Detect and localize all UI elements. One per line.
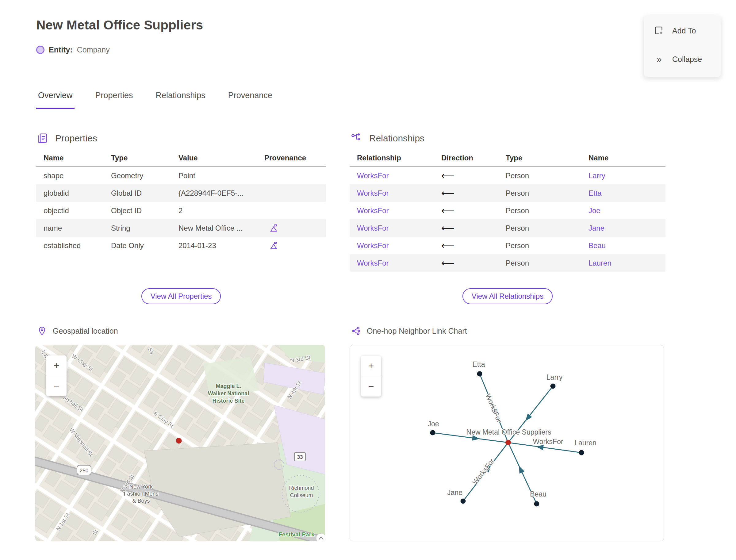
view-all-properties-button[interactable]: View All Properties — [141, 288, 221, 304]
relationship-link[interactable]: WorksFor — [350, 189, 434, 198]
node-larry[interactable] — [550, 384, 556, 389]
relationship-link[interactable]: WorksFor — [350, 224, 434, 232]
link-chart-icon — [351, 326, 361, 336]
map-canvas: k Rd W Clay St Sa arshall St W Marshall … — [35, 345, 325, 541]
entity-type-icon — [36, 46, 44, 54]
prop-provenance[interactable] — [257, 224, 326, 233]
node-beau[interactable] — [534, 501, 539, 507]
relationships-table-header: Relationship Direction Type Name — [350, 150, 665, 167]
prop-value: Point — [171, 171, 257, 180]
direction-arrow: ⟵ — [434, 240, 498, 251]
node-label-larry: Larry — [546, 373, 563, 381]
property-row: objectid Object ID 2 — [36, 202, 326, 219]
map-entity-marker[interactable] — [176, 438, 182, 443]
direction-arrow: ⟵ — [434, 258, 498, 268]
prop-provenance[interactable] — [257, 241, 326, 250]
edge-label-worksfor: WorksFor — [471, 457, 496, 486]
chart-zoom-in-button[interactable]: + — [361, 356, 381, 376]
col-relationship: Relationship — [350, 154, 434, 162]
svg-text:33: 33 — [297, 454, 303, 460]
map-zoom-in-button[interactable]: + — [46, 355, 67, 376]
poi-label-maggie: Maggie L. — [216, 383, 241, 389]
prop-value: 2014-01-23 — [171, 241, 257, 250]
properties-icon — [37, 132, 48, 144]
map-zoom-out-button[interactable]: − — [46, 376, 67, 396]
chart-zoom-out-button[interactable]: − — [361, 376, 381, 397]
prop-name: globalid — [36, 189, 104, 198]
prop-name: name — [36, 224, 104, 232]
prop-name: established — [36, 241, 104, 250]
direction-arrow: ⟵ — [434, 170, 498, 181]
provenance-flag-icon — [269, 241, 278, 250]
node-etta[interactable] — [477, 371, 482, 377]
col-name: Name — [581, 154, 665, 162]
col-provenance: Provenance — [257, 154, 326, 162]
rel-type: Person — [498, 224, 581, 232]
node-lauren[interactable] — [579, 450, 584, 455]
view-all-relationships-button[interactable]: View All Relationships — [462, 288, 553, 304]
prop-value: {A228944F-0EF5-... — [171, 189, 257, 198]
geospatial-section-title: Geospatial location — [53, 327, 118, 336]
entity-type-value: Company — [77, 45, 110, 54]
entity-link[interactable]: Etta — [581, 189, 665, 198]
rel-type: Person — [498, 259, 581, 267]
entity-link[interactable]: Lauren — [581, 259, 665, 267]
page-title: New Metal Office Suppliers — [36, 18, 203, 33]
node-label-joe: Joe — [427, 420, 439, 428]
prop-value: 2 — [171, 206, 257, 215]
prop-type: String — [104, 224, 171, 232]
tab-relationships[interactable]: Relationships — [154, 91, 207, 109]
edge-label-worksfor: WorksFor — [533, 438, 563, 446]
properties-section-title: Properties — [55, 133, 97, 144]
add-to-label: Add To — [672, 26, 696, 35]
relationships-section-title: Relationships — [369, 133, 424, 144]
node-joe[interactable] — [430, 430, 435, 435]
prop-type: Geometry — [104, 171, 171, 180]
tab-properties[interactable]: Properties — [94, 91, 135, 109]
tab-overview[interactable]: Overview — [36, 91, 75, 109]
route-shield-250: 250 — [77, 465, 91, 475]
entity-label: Entity: — [49, 45, 73, 54]
arrowhead — [516, 465, 524, 474]
node-label-beau: Beau — [530, 490, 546, 498]
entity-link[interactable]: Beau — [581, 241, 665, 250]
property-row: shape Geometry Point — [36, 167, 326, 184]
link-chart-panel[interactable]: WorksFor WorksFor WorksFor Etta Larry Jo… — [350, 345, 664, 541]
relationship-link[interactable]: WorksFor — [350, 241, 434, 250]
properties-table: Name Type Value Provenance shape Geometr… — [36, 150, 326, 254]
add-to-button[interactable]: Add To — [653, 25, 711, 36]
node-center-entity[interactable] — [505, 440, 511, 445]
node-jane[interactable] — [461, 499, 466, 504]
properties-table-header: Name Type Value Provenance — [36, 150, 326, 167]
relationship-row: WorksFor ⟵ Person Beau — [350, 237, 665, 254]
prop-type: Object ID — [104, 206, 171, 215]
relationship-link[interactable]: WorksFor — [350, 206, 434, 215]
prop-name: objectid — [36, 206, 104, 215]
relationship-link[interactable]: WorksFor — [350, 171, 434, 180]
col-direction: Direction — [434, 154, 498, 162]
node-label-jane: Jane — [447, 489, 462, 497]
collapse-button[interactable]: » Collapse — [653, 54, 711, 64]
entity-link[interactable]: Joe — [581, 206, 665, 215]
properties-section-header: Properties — [37, 132, 97, 144]
action-panel: Add To » Collapse — [644, 15, 721, 77]
geospatial-map[interactable]: k Rd W Clay St Sa arshall St W Marshall … — [35, 345, 325, 541]
entity-link[interactable]: Jane — [581, 224, 665, 232]
poi-label-festival-park: Festival Park — [278, 531, 315, 538]
rel-type: Person — [498, 206, 581, 215]
relationship-row: WorksFor ⟵ Person Etta — [350, 184, 665, 202]
geospatial-section-header: Geospatial location — [37, 326, 118, 336]
relationship-link[interactable]: WorksFor — [350, 259, 434, 267]
poi-label-coliseum: Richmond — [289, 485, 314, 491]
direction-arrow: ⟵ — [434, 188, 498, 198]
tab-provenance[interactable]: Provenance — [226, 91, 274, 109]
entity-link[interactable]: Larry — [581, 171, 665, 180]
prop-type: Global ID — [104, 189, 171, 198]
direction-arrow: ⟵ — [434, 223, 498, 233]
poi-label-maggie: Historic Site — [212, 398, 244, 404]
relationship-row: WorksFor ⟵ Person Jane — [350, 219, 665, 237]
poi-label-ny: Fashion Mens — [124, 491, 158, 497]
relationship-row: WorksFor ⟵ Person Joe — [350, 202, 665, 219]
entity-badge: Entity: Company — [36, 45, 110, 54]
rel-type: Person — [498, 171, 581, 180]
